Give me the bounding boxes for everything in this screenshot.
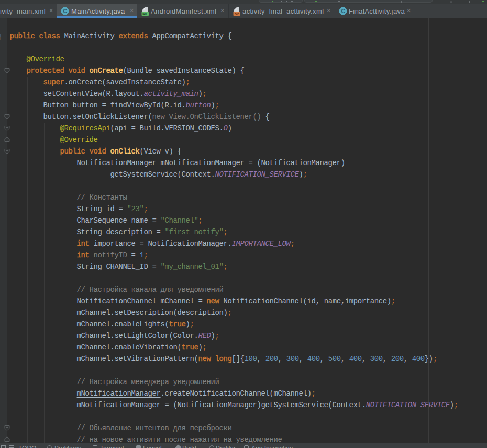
svg-text:C: C	[63, 8, 67, 14]
svg-text:MF: MF	[142, 12, 148, 15]
svg-text:</>: </>	[235, 12, 239, 15]
svg-text:C: C	[341, 8, 345, 14]
